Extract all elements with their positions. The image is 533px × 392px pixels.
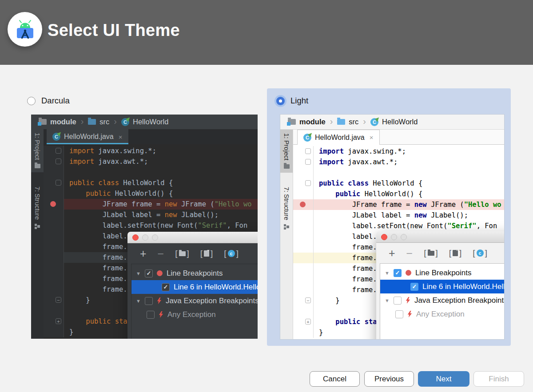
- zoom-button-icon: [152, 234, 158, 241]
- cancel-button[interactable]: Cancel: [310, 371, 360, 387]
- breakpoint-tree-row: ✓Line 6 in HelloWorld.HelloWorld(): [380, 280, 504, 293]
- code-text: label.setFont(new Font("Serif", Fon: [64, 220, 258, 231]
- code-line: JLabel label = new JLabel();: [293, 210, 504, 221]
- breakpoint-dot-icon: [157, 270, 163, 276]
- editor-gutter: [293, 199, 314, 210]
- module-folder-icon: [288, 119, 296, 125]
- light-theme-preview[interactable]: module›src›HelloWorld 1: Project 7: Stru…: [280, 114, 505, 340]
- fold-marker-icon: [305, 148, 311, 154]
- checkbox: ✓: [162, 283, 170, 291]
- editor-gutter: −: [44, 295, 64, 305]
- checkbox: ✓: [394, 269, 402, 277]
- class-icon: [370, 118, 378, 126]
- tab-label: HelloWorld.java: [64, 133, 114, 141]
- tree-row-label: Any Exception: [167, 310, 216, 319]
- code-text: [64, 167, 258, 178]
- flatten-packages-icon: []: [200, 249, 213, 258]
- editor-gutter: [44, 220, 64, 231]
- darcula-theme-preview[interactable]: module›src›HelloWorld 1: Project 7: Stru…: [31, 115, 258, 339]
- editor-gutter: [293, 306, 314, 317]
- remove-breakpoint-icon: −: [158, 248, 164, 259]
- previous-button[interactable]: Previous: [364, 371, 414, 387]
- flatten-packages-icon: []: [449, 248, 462, 258]
- fold-marker-icon: [56, 158, 61, 164]
- editor-gutter: [293, 178, 314, 189]
- code-text: JFrame frame = new JFrame ("Hello wo: [64, 199, 258, 210]
- option-light[interactable]: Light: [276, 96, 308, 106]
- code-line: public class HelloWorld {: [44, 178, 258, 188]
- chevron-expanded-icon: ▼: [385, 298, 390, 303]
- editor-gutter: [293, 253, 314, 263]
- code-line: [293, 167, 504, 178]
- editor-gutter: [293, 231, 314, 242]
- tree-row-label: Any Exception: [416, 310, 465, 319]
- minimize-button-icon: [142, 234, 148, 241]
- tab-helloworld-java: HelloWorld.java ×: [47, 129, 128, 144]
- breakpoint-tree-row: ▼✓Line Breakpoints: [131, 266, 258, 280]
- editor-gutter: [44, 146, 64, 156]
- src-folder-icon: [88, 119, 96, 125]
- breadcrumb-label: src: [99, 118, 109, 126]
- breadcrumb-item: src: [337, 118, 358, 126]
- tool-window-bar: 1: Project 7: Structure: [280, 130, 293, 339]
- chevron-right-icon: ›: [363, 116, 366, 127]
- fold-marker-icon: +: [56, 318, 61, 324]
- add-breakpoint-icon: +: [140, 248, 147, 259]
- module-folder-icon: [39, 119, 47, 125]
- code-line: import javax.swing.*;: [293, 146, 504, 157]
- editor-tabs: HelloWorld.java ×: [44, 129, 258, 144]
- wizard-header: Select UI Theme: [0, 0, 533, 65]
- darcula-radio[interactable]: [27, 97, 36, 105]
- src-folder-icon: [337, 119, 345, 125]
- tree-row-label: Line Breakpoints: [415, 269, 472, 277]
- code-text: [314, 167, 504, 178]
- editor-gutter: [44, 284, 64, 295]
- code-line: JFrame frame = new JFrame ("Hello wo: [293, 199, 504, 210]
- tree-row-label: Line 6 in HelloWorld.HelloWorld(): [422, 282, 504, 291]
- code-line: import javax.awt.*;: [293, 157, 504, 167]
- breakpoint-dot-icon: [300, 202, 306, 207]
- editor-gutter: [44, 167, 64, 178]
- editor-gutter: [44, 242, 64, 252]
- editor-gutter: −: [293, 295, 314, 306]
- close-button-icon: [381, 234, 387, 240]
- tree-row-label: Line Breakpoints: [167, 269, 223, 278]
- chevron-expanded-icon: ▼: [136, 271, 141, 276]
- tree-row-label: Java Exception Breakpoints: [166, 297, 258, 305]
- breakpoint-tree-row: ✓Line 6 in HelloWorld.HelloWorld(): [131, 280, 258, 294]
- dialog-titlebar: [127, 232, 258, 243]
- breakpoints-tree: ▼✓Line Breakpoints✓Line 6 in HelloWorld.…: [131, 264, 258, 339]
- tool-button-project: 1: Project: [31, 129, 44, 172]
- breakpoint-tree-row: ▼Java Exception Breakpoints: [380, 293, 504, 307]
- structure-icon: [35, 224, 40, 229]
- light-radio[interactable]: [276, 97, 285, 105]
- breadcrumb-item: HelloWorld: [370, 118, 418, 126]
- breadcrumb-item: module: [39, 118, 76, 126]
- code-text: JFrame frame = new JFrame ("Hello wo: [314, 199, 504, 210]
- option-darcula[interactable]: Darcula: [27, 96, 70, 106]
- tab-label: HelloWorld.java: [315, 134, 365, 142]
- next-button[interactable]: Next: [418, 371, 469, 387]
- page-title: Select UI Theme: [48, 21, 180, 40]
- close-icon: ×: [370, 134, 374, 141]
- breadcrumb-label: HelloWorld: [133, 118, 168, 126]
- checkbox: ✓: [410, 283, 418, 291]
- editor-gutter: [293, 274, 314, 285]
- breadcrumb-item: src: [88, 118, 109, 126]
- breakpoint-tree-row: ▼✓Line Breakpoints: [380, 266, 504, 280]
- light-theme-card: Light module›src›HelloWorld 1: Project 7…: [267, 88, 511, 346]
- tree-row-label: Java Exception Breakpoints: [414, 296, 504, 305]
- breadcrumb: module›src›HelloWorld: [280, 115, 504, 130]
- code-text: public HelloWorld() {: [64, 188, 258, 199]
- code-line: public HelloWorld() {: [44, 188, 258, 199]
- tool-button-structure: 7: Structure: [280, 183, 293, 234]
- editor-gutter: [44, 252, 64, 263]
- class-icon: [303, 134, 311, 142]
- fold-marker-icon: [305, 159, 311, 165]
- editor-gutter: [44, 156, 64, 167]
- code-line: [44, 167, 258, 178]
- chevron-right-icon: ›: [81, 116, 84, 127]
- finish-button[interactable]: Finish: [473, 371, 524, 387]
- breakpoints-tree: ▼✓Line Breakpoints✓Line 6 in HelloWorld.…: [380, 263, 504, 339]
- editor-gutter: [44, 263, 64, 273]
